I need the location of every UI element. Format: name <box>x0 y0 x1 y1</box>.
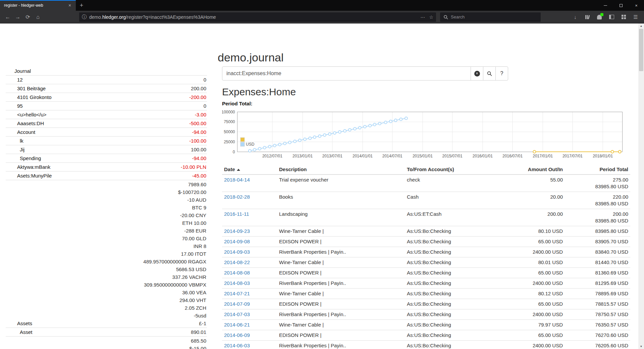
sidebar-account-balance: 890.01 <box>191 328 207 336</box>
sidebar-account-link[interactable]: Asets:MunyPile <box>6 172 52 180</box>
browser-tab[interactable]: register - hledger-web × <box>0 0 76 11</box>
window-close-button[interactable]: × <box>629 0 644 11</box>
library-button[interactable] <box>583 13 592 21</box>
sidebar-account-link[interactable]: Assets <box>6 319 32 327</box>
tab-close-icon[interactable]: × <box>66 3 73 8</box>
balance-amount: -10 AUD <box>143 196 206 204</box>
transaction-description: EDISON POWER | <box>277 299 405 309</box>
new-tab-button[interactable]: + <box>76 0 87 11</box>
sidebar-account-link[interactable]: Spending <box>6 154 41 162</box>
sidebar-account-link[interactable]: Account <box>6 128 35 136</box>
tab-title: register - hledger-web <box>4 3 66 8</box>
balance-amount: -3.00 <box>195 111 206 118</box>
column-header-amount: Amount Out/In <box>499 165 565 174</box>
sidebar-account-row: Asset890.01 <box>6 328 207 337</box>
transaction-date-link[interactable]: 2014-08-03 <box>224 280 250 286</box>
page-scrollbar[interactable]: ▲ ▼ <box>638 23 644 349</box>
register-row: 2014-09-08EDISON POWER |As:US:Bo:Checkin… <box>222 237 630 247</box>
transaction-date-link[interactable]: 2014-07-03 <box>224 311 250 317</box>
scroll-up-icon[interactable]: ▲ <box>638 23 644 29</box>
home-button[interactable]: ⌂ <box>33 12 43 22</box>
sidebar-account-link[interactable]: 4101 Girokonto <box>6 93 52 101</box>
transaction-date-link[interactable]: 2014-09-08 <box>224 239 250 244</box>
period-total-chart: 02500050000750001000002012/07/012013/01/… <box>222 107 631 161</box>
sidebar-account-link[interactable]: Aktywa:mBank <box>6 163 50 171</box>
transaction-period-total: 83985.80 USD <box>565 226 630 237</box>
balance-amount: 890.01 <box>191 328 206 336</box>
sidebar-account-link[interactable]: Aaasets:DH <box>6 119 44 127</box>
sidebar-account-link[interactable]: 95 <box>6 102 23 110</box>
screenshots-grid-button[interactable] <box>619 13 628 21</box>
page-actions-icon[interactable]: ⋯ <box>420 14 425 20</box>
transaction-date-link[interactable]: 2018-04-14 <box>224 177 250 183</box>
sidebar-account-row: lk-100.00 <box>6 137 207 145</box>
search-icon <box>487 71 492 76</box>
sidebar-account-link[interactable]: Jij <box>6 146 24 153</box>
clear-query-button[interactable]: × <box>471 66 483 81</box>
url-bar[interactable]: ⓘ demo.hledger.org/register?q=inacct%3AE… <box>79 12 436 22</box>
register-row: 2014-07-21Wine-Tarner Cable |As:US:Bo:Ch… <box>222 289 630 299</box>
sidebar-account-balance: -45.00 <box>192 172 207 180</box>
minimize-icon <box>604 5 607 6</box>
balance-amount: -200.00 <box>189 93 206 101</box>
register-heading: Expenses:Home <box>222 86 631 98</box>
help-button[interactable]: ? <box>495 66 508 81</box>
balance-amount: ETH 10.00 <box>143 219 206 227</box>
transaction-date-link[interactable]: 2014-09-23 <box>224 228 250 234</box>
transaction-date-link[interactable]: 2014-09-03 <box>224 249 250 255</box>
transaction-amount: 80.10 USD <box>499 226 565 237</box>
transaction-date-link[interactable]: 2014-08-08 <box>224 270 250 276</box>
window-minimize-button[interactable] <box>598 0 613 11</box>
journal-link[interactable]: Journal <box>6 67 207 76</box>
transaction-date-link[interactable]: 2016-11-11 <box>224 211 249 217</box>
sidebar-account-link[interactable]: <u>hello</u> <box>6 111 47 118</box>
sidebar-account-link[interactable]: Asset <box>6 328 33 336</box>
extension-button[interactable] <box>595 13 604 21</box>
date-header-label: Date <box>224 166 235 172</box>
url-domain: hledger.org <box>102 14 126 20</box>
query-input[interactable] <box>222 66 471 81</box>
browser-search-field[interactable]: Search <box>440 12 541 22</box>
sidebar-icon <box>609 15 614 19</box>
sort-ascending-icon <box>237 169 240 171</box>
transaction-amount: 65.00 USD <box>499 268 565 278</box>
downloads-button[interactable]: ↓ <box>571 13 580 21</box>
transaction-period-total: 83905.70 USD <box>565 237 630 247</box>
reload-button[interactable]: ⟳ <box>23 12 33 22</box>
chart-title: Period Total: <box>222 101 631 107</box>
sidebar-account-link[interactable]: lk <box>6 137 23 145</box>
svg-text:2012/07/01: 2012/07/01 <box>262 154 282 158</box>
transaction-date-link[interactable]: 2014-06-09 <box>224 332 250 338</box>
transaction-amount: 65.00 USD <box>499 299 565 309</box>
transaction-description: RiverBank Properties | Payin.. <box>277 278 405 289</box>
forward-button[interactable]: → <box>13 12 23 22</box>
site-info-icon[interactable]: ⓘ <box>82 14 87 20</box>
scroll-down-icon[interactable]: ▼ <box>638 344 644 349</box>
transaction-date-link[interactable]: 2014-07-09 <box>224 301 250 307</box>
transaction-description: EDISON POWER | <box>277 330 405 341</box>
transaction-period-total: 78750.57 USD <box>565 309 630 320</box>
menu-button[interactable]: ☰ <box>631 13 640 21</box>
transaction-period-total: 275.0083985.80 USD <box>565 174 630 192</box>
transaction-date-link[interactable]: 2018-02-28 <box>224 194 250 200</box>
sidebar-toggle-button[interactable] <box>607 13 616 21</box>
scrollbar-thumb[interactable] <box>639 29 643 71</box>
transaction-date-link[interactable]: 2014-06-21 <box>224 322 250 328</box>
transaction-amount: 65.00 USD <box>499 330 565 341</box>
balance-amount: -5usd <box>143 312 206 319</box>
transaction-description: Wine-Tarner Cable | <box>277 320 405 330</box>
column-header-date[interactable]: Date <box>222 165 277 174</box>
transaction-date-link[interactable]: 2014-06-03 <box>224 343 250 348</box>
window-maximize-button[interactable] <box>613 0 629 11</box>
balance-amount: 294.00 VHT <box>143 296 206 304</box>
transaction-date-link[interactable]: 2014-08-22 <box>224 259 250 265</box>
sidebar-account-balance: 200.00 <box>191 85 207 92</box>
balance-amount: -94.00 <box>192 128 206 136</box>
sidebar-account-link[interactable]: 301 Beiträge <box>6 85 46 92</box>
sidebar-account-link[interactable]: 12 <box>6 76 23 84</box>
transaction-date-link[interactable]: 2014-07-21 <box>224 291 250 296</box>
search-button[interactable] <box>483 66 496 81</box>
bookmark-star-icon[interactable]: ☆ <box>429 14 433 20</box>
magnifier-icon <box>443 15 448 19</box>
back-button[interactable]: ← <box>3 12 13 22</box>
